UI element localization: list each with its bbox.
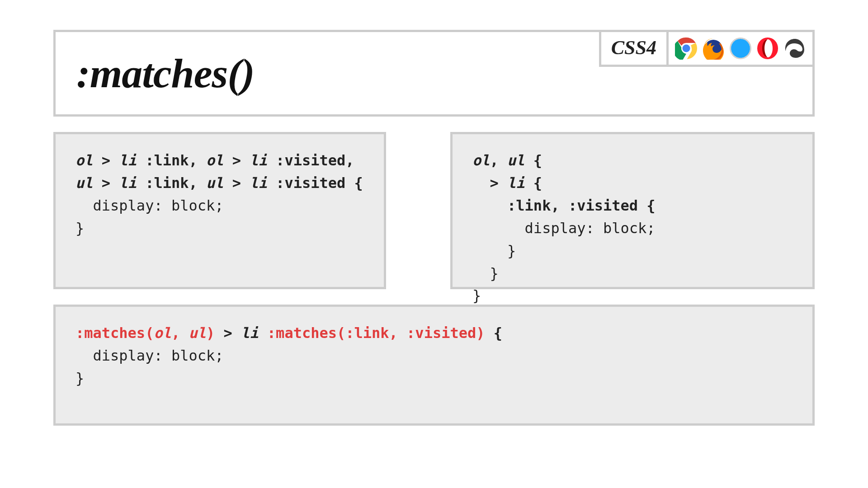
code-left: ol > li :link, ol > li :visited,ul > li … [75, 150, 367, 240]
css-version-badge: CSS4 [599, 30, 669, 67]
code-box-scss-nested: ol, ul { > li { :link, :visited { displa… [450, 132, 815, 289]
code-right: ol, ul { > li { :link, :visited { displa… [472, 150, 795, 307]
header-box: :matches() CSS4 [53, 30, 815, 117]
code-row: ol > li :link, ol > li :visited,ul > li … [53, 132, 815, 289]
svg-point-2 [683, 45, 690, 52]
edge-icon [783, 37, 806, 60]
page-title: :matches() [76, 49, 255, 97]
code-box-css-expanded: ol > li :link, ol > li :visited,ul > li … [53, 132, 386, 289]
code-box-matches: :matches(ol, ul) > li :matches(:link, :v… [53, 305, 815, 426]
code-bottom: :matches(ol, ul) > li :matches(:link, :v… [75, 322, 795, 390]
firefox-icon [702, 37, 725, 60]
safari-icon [729, 37, 752, 60]
browser-icons [669, 30, 815, 67]
opera-icon [756, 37, 779, 60]
badge-group: CSS4 [599, 30, 815, 67]
chrome-icon [675, 37, 698, 60]
